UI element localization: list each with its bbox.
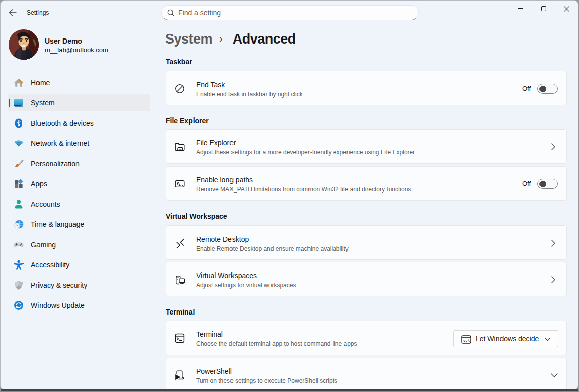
svg-text:c:\: c:\ bbox=[463, 339, 470, 343]
